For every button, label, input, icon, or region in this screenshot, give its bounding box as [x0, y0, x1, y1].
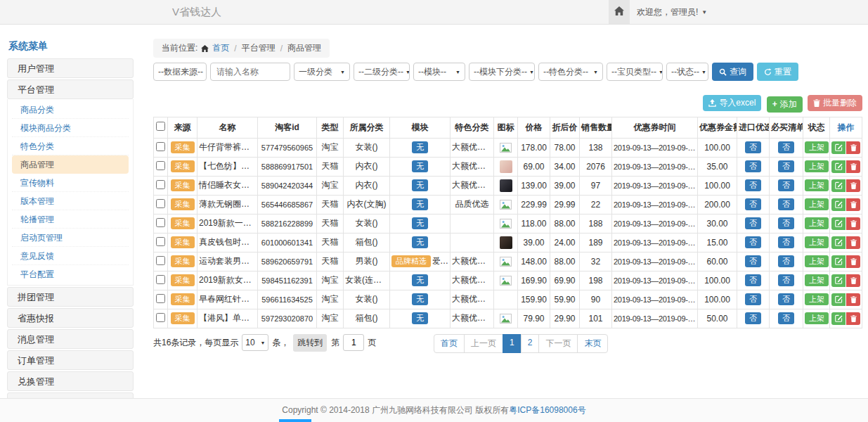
row-checkbox[interactable] — [156, 142, 165, 151]
delete-button[interactable] — [846, 141, 860, 154]
import-select-toggle[interactable]: 否 — [745, 236, 761, 249]
import-select-toggle[interactable]: 否 — [745, 255, 761, 268]
must-buy-toggle[interactable]: 否 — [778, 198, 794, 211]
import-select-toggle[interactable]: 否 — [745, 293, 761, 306]
sidebar-item[interactable]: 轮播管理 — [12, 210, 129, 229]
status-button[interactable]: 上架 — [805, 255, 829, 268]
status-button[interactable]: 上架 — [805, 217, 829, 230]
pager-item[interactable]: 末页 — [577, 334, 608, 353]
edit-button[interactable] — [831, 141, 846, 154]
icp-link[interactable]: 粤ICP备16098006号 — [509, 405, 585, 415]
module-badge[interactable]: 无 — [412, 179, 428, 192]
sidebar-group[interactable]: 用户管理 — [7, 58, 134, 78]
delete-button[interactable] — [846, 236, 860, 249]
sidebar-item[interactable]: 版本管理 — [12, 192, 129, 210]
pager-item[interactable]: 首页 — [434, 334, 465, 353]
row-checkbox[interactable] — [156, 275, 165, 284]
row-checkbox[interactable] — [156, 237, 165, 246]
delete-button[interactable] — [846, 217, 860, 230]
edit-button[interactable] — [831, 312, 846, 325]
must-buy-toggle[interactable]: 否 — [778, 255, 794, 268]
module-badge[interactable]: 无 — [412, 312, 428, 325]
page-size-select[interactable]: 10 ▼ — [242, 334, 268, 351]
import-select-toggle[interactable]: 否 — [745, 274, 761, 287]
must-buy-toggle[interactable]: 否 — [778, 312, 794, 325]
sidebar-item[interactable]: 商品分类 — [12, 101, 129, 119]
import-select-toggle[interactable]: 否 — [745, 179, 761, 192]
edit-button[interactable] — [831, 274, 846, 287]
row-checkbox[interactable] — [156, 256, 165, 265]
must-buy-toggle[interactable]: 否 — [778, 293, 794, 306]
sidebar-item[interactable]: 意见反馈 — [12, 247, 129, 265]
must-buy-toggle[interactable]: 否 — [778, 160, 794, 173]
user-menu[interactable]: 欢迎您，管理员! ▼ — [637, 0, 707, 24]
filter-select-module-subcategory[interactable]: --模块下分类--▼ — [469, 63, 535, 81]
name-search-input[interactable] — [210, 63, 290, 81]
sidebar-group[interactable]: 拼团管理 — [7, 287, 134, 307]
sidebar-item[interactable]: 模块商品分类 — [12, 119, 129, 137]
status-button[interactable]: 上架 — [805, 293, 829, 306]
import-excel-button[interactable]: 导入excel — [703, 95, 761, 111]
sidebar-item[interactable]: 平台配置 — [12, 265, 129, 283]
home-button[interactable] — [609, 0, 630, 24]
edit-button[interactable] — [831, 160, 846, 173]
import-select-toggle[interactable]: 否 — [745, 141, 761, 154]
reset-button[interactable]: 重置 — [757, 63, 798, 81]
status-button[interactable]: 上架 — [805, 312, 829, 325]
edit-button[interactable] — [831, 255, 846, 268]
sidebar-group[interactable]: 消息管理 — [7, 329, 134, 349]
module-badge[interactable]: 无 — [412, 293, 428, 306]
module-badge[interactable]: 无 — [412, 160, 428, 173]
sidebar-group[interactable]: 订单管理 — [7, 350, 134, 370]
must-buy-toggle[interactable]: 否 — [778, 217, 794, 230]
edit-button[interactable] — [831, 236, 846, 249]
delete-button[interactable] — [846, 274, 860, 287]
sidebar-group[interactable]: 兑换管理 — [7, 371, 134, 391]
edit-button[interactable] — [831, 198, 846, 211]
sidebar-item[interactable]: 启动页管理 — [12, 229, 129, 247]
filter-select-level2-category[interactable]: --二级分类--▼ — [354, 63, 410, 81]
module-badge[interactable]: 无 — [412, 236, 428, 249]
delete-button[interactable] — [846, 198, 860, 211]
row-checkbox[interactable] — [156, 180, 165, 189]
jump-button[interactable]: 跳转到 — [293, 334, 327, 352]
module-badge[interactable]: 品牌精选 — [391, 255, 431, 268]
pager-item[interactable]: 上一页 — [464, 334, 503, 353]
import-select-toggle[interactable]: 否 — [745, 198, 761, 211]
pager-item[interactable]: 1 — [503, 334, 522, 353]
row-checkbox[interactable] — [156, 294, 165, 303]
must-buy-toggle[interactable]: 否 — [778, 141, 794, 154]
module-badge[interactable]: 无 — [412, 217, 428, 230]
page-jump-input[interactable] — [343, 334, 364, 351]
filter-select-status[interactable]: --状态--▼ — [666, 63, 708, 81]
pager-item[interactable]: 2 — [521, 334, 540, 353]
sidebar-group[interactable]: 省惠快报 — [7, 308, 134, 328]
batch-delete-button[interactable]: 批量删除 — [808, 95, 862, 111]
module-badge[interactable]: 无 — [412, 274, 428, 287]
sidebar-group[interactable]: 平台管理 — [7, 79, 134, 99]
module-badge[interactable]: 无 — [412, 141, 428, 154]
import-select-toggle[interactable]: 否 — [745, 217, 761, 230]
status-button[interactable]: 上架 — [805, 236, 829, 249]
filter-select-item-type[interactable]: --宝贝类型--▼ — [607, 63, 663, 81]
import-select-toggle[interactable]: 否 — [745, 312, 761, 325]
edit-button[interactable] — [831, 217, 846, 230]
row-checkbox[interactable] — [156, 199, 165, 208]
delete-button[interactable] — [846, 255, 860, 268]
must-buy-toggle[interactable]: 否 — [778, 179, 794, 192]
filter-select-feature-category[interactable]: --特色分类--▼ — [538, 63, 603, 81]
delete-button[interactable] — [846, 312, 860, 325]
delete-button[interactable] — [846, 179, 860, 192]
search-button[interactable]: 查询 — [712, 63, 753, 81]
filter-select-level1-category[interactable]: 一级分类▼ — [294, 63, 350, 81]
filter-select-module[interactable]: --模块--▼ — [413, 63, 465, 81]
status-button[interactable]: 上架 — [805, 274, 829, 287]
select-all-checkbox[interactable] — [156, 122, 165, 131]
sidebar-item[interactable]: 商品管理 — [12, 155, 129, 174]
must-buy-toggle[interactable]: 否 — [778, 236, 794, 249]
sidebar-item[interactable]: 特色分类 — [12, 137, 129, 155]
add-button[interactable]: + 添加 — [767, 96, 803, 113]
filter-select-data-source[interactable]: --数据来源--▼ — [153, 63, 207, 81]
status-button[interactable]: 上架 — [805, 160, 829, 173]
breadcrumb-home-link[interactable]: 首页 — [212, 42, 229, 54]
